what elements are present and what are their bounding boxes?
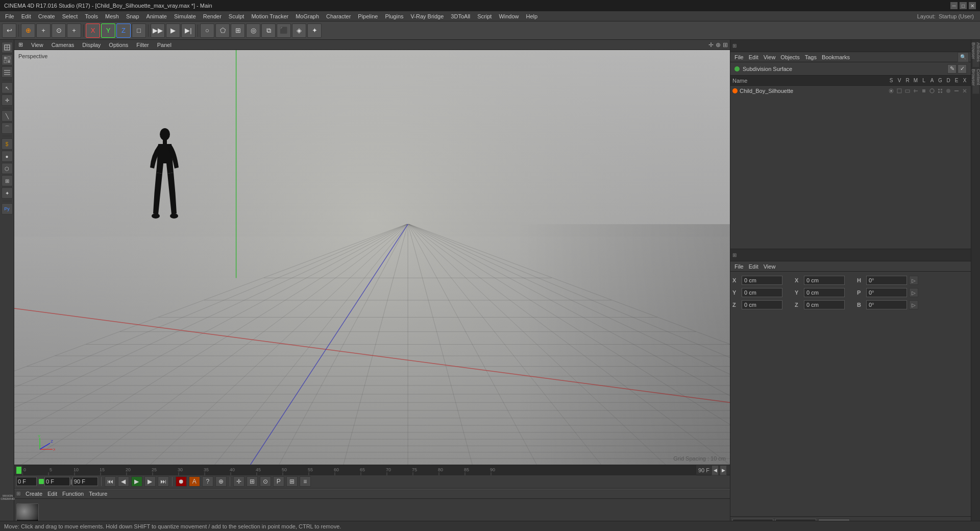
obj-col-r[interactable]: [903, 87, 912, 95]
transport-move-keys[interactable]: ✛: [233, 476, 244, 487]
mat-menu-edit[interactable]: Edit: [45, 491, 59, 497]
tool-extrude[interactable]: ⧉: [261, 23, 276, 38]
transport-next-frame[interactable]: ▶: [144, 476, 156, 487]
frame-end-field[interactable]: [72, 477, 98, 486]
obj-item-child-boy[interactable]: Child_Boy_Silhouette: [730, 86, 971, 96]
mat-menu-texture[interactable]: Texture: [87, 491, 109, 497]
view-menu-cameras[interactable]: Cameras: [50, 42, 77, 48]
attr-y-expand-btn[interactable]: ▷: [909, 288, 918, 297]
view-menu-display[interactable]: Display: [80, 42, 103, 48]
view-menu-options[interactable]: Options: [107, 42, 130, 48]
mat-menu-function[interactable]: Function: [60, 491, 86, 497]
left-tool-layers[interactable]: [2, 66, 13, 78]
menu-3dtoall[interactable]: 3DToAll: [448, 12, 473, 20]
menu-select[interactable]: Select: [59, 12, 81, 20]
transport-options[interactable]: ≡: [300, 476, 311, 487]
timeline-ruler-inner[interactable]: 0 5 10 15 20 25 30 35: [22, 465, 696, 475]
obj-search-btn[interactable]: 🔍: [958, 52, 969, 62]
subdiv-edit-icon[interactable]: ✎: [947, 64, 957, 74]
menu-motion-tracker[interactable]: Motion Tracker: [248, 12, 291, 20]
left-tool-python[interactable]: Py: [2, 203, 13, 214]
menu-sculpt[interactable]: Sculpt: [226, 12, 248, 20]
frame-start-field[interactable]: [44, 477, 70, 486]
left-tool-pointer[interactable]: ↖: [2, 82, 13, 93]
transport-record[interactable]: ⏺: [176, 476, 187, 487]
obj-col-e[interactable]: [952, 87, 961, 95]
menu-window[interactable]: Window: [496, 12, 522, 20]
left-tool-checker[interactable]: [2, 54, 13, 65]
transport-prev-frame[interactable]: ◀: [118, 476, 129, 487]
tool-circle[interactable]: ○: [200, 23, 214, 38]
tool-flat-obj[interactable]: ⬛: [277, 23, 291, 38]
tool-mode-button[interactable]: ⊕: [21, 23, 35, 38]
timeline-expand-btn[interactable]: ◀: [712, 465, 719, 475]
tool-smooth[interactable]: ◎: [246, 23, 260, 38]
obj-col-a[interactable]: [928, 87, 936, 95]
obj-menu-file[interactable]: File: [732, 54, 746, 60]
obj-col-m[interactable]: [912, 87, 920, 95]
attr-p-field[interactable]: [866, 288, 907, 297]
menu-tools[interactable]: Tools: [82, 12, 101, 20]
obj-menu-tags[interactable]: Tags: [803, 54, 819, 60]
minimize-button[interactable]: ─: [950, 2, 958, 9]
menu-script[interactable]: Script: [474, 12, 495, 20]
obj-col-d[interactable]: [944, 87, 952, 95]
view-menu-toggle[interactable]: ⊞: [16, 41, 25, 48]
obj-col-s[interactable]: [887, 87, 895, 95]
menu-animate[interactable]: Animate: [143, 12, 170, 20]
attr-x-expand-btn[interactable]: ▷: [909, 276, 918, 285]
attr-menu-view[interactable]: View: [762, 263, 778, 270]
menu-create[interactable]: Create: [35, 12, 58, 20]
tool-transform-button[interactable]: ⊙: [52, 23, 66, 38]
obj-menu-bookmarks[interactable]: Bookmarks: [820, 54, 852, 60]
tool-spline[interactable]: ✦: [307, 23, 322, 38]
menu-help[interactable]: Help: [523, 12, 541, 20]
left-tool-line[interactable]: ╲: [2, 110, 13, 122]
transport-play[interactable]: ▶: [131, 476, 142, 487]
attr-z-expand-btn[interactable]: ▷: [909, 300, 918, 309]
attr-y-rot-field[interactable]: [804, 288, 845, 297]
viewport-icon-expand[interactable]: ⊞: [723, 41, 728, 49]
attr-x-rot-field[interactable]: [804, 276, 845, 285]
transport-goto-end[interactable]: ⏭: [158, 476, 169, 487]
view-menu-panel[interactable]: Panel: [155, 42, 174, 48]
tool-render-full[interactable]: ▶|: [181, 23, 195, 38]
attr-z-rot-field[interactable]: [804, 300, 845, 309]
obj-menu-objects[interactable]: Objects: [778, 54, 801, 60]
left-tool-model[interactable]: [2, 42, 13, 53]
viewport-3d[interactable]: Perspective: [14, 50, 730, 465]
obj-menu-view[interactable]: View: [762, 54, 778, 60]
timeline-shrink-btn[interactable]: ▶: [720, 465, 727, 475]
transport-key-all[interactable]: ?: [202, 476, 213, 487]
undo-button[interactable]: ↩: [2, 23, 16, 38]
menu-pipeline[interactable]: Pipeline: [355, 12, 381, 20]
maximize-button[interactable]: □: [960, 2, 967, 9]
obj-col-l[interactable]: [920, 87, 928, 95]
attr-x-pos-field[interactable]: [742, 276, 782, 285]
obj-col-g[interactable]: [936, 87, 944, 95]
obj-menu-edit[interactable]: Edit: [747, 54, 761, 60]
tool-render-region[interactable]: ▶▶: [151, 23, 165, 38]
tool-z-button[interactable]: Z: [116, 23, 131, 38]
subdiv-check-icon[interactable]: ✓: [958, 64, 967, 74]
tool-y-button[interactable]: Y: [101, 23, 115, 38]
left-tool-grid[interactable]: ⊞: [2, 175, 13, 186]
menu-vray-bridge[interactable]: V-Ray Bridge: [408, 12, 447, 20]
tool-rotate-button[interactable]: +: [67, 23, 81, 38]
obj-col-v[interactable]: [895, 87, 903, 95]
menu-simulate[interactable]: Simulate: [171, 12, 199, 20]
transport-loop[interactable]: ⊙: [260, 476, 271, 487]
left-tool-sphere[interactable]: ●: [2, 151, 13, 162]
tool-lock-button[interactable]: □: [132, 23, 146, 38]
attr-menu-file[interactable]: File: [732, 263, 746, 270]
menu-plugins[interactable]: Plugins: [382, 12, 406, 20]
menu-file[interactable]: File: [2, 12, 17, 20]
tool-add-button[interactable]: +: [36, 23, 51, 38]
mat-menu-create[interactable]: Create: [23, 491, 44, 497]
close-button[interactable]: ✕: [969, 2, 976, 9]
attr-h-field[interactable]: [866, 276, 907, 285]
left-tool-paint[interactable]: ✦: [2, 187, 13, 199]
menu-character[interactable]: Character: [323, 12, 354, 20]
transport-auto-key[interactable]: A: [189, 476, 200, 487]
transport-bounce[interactable]: P: [273, 476, 284, 487]
